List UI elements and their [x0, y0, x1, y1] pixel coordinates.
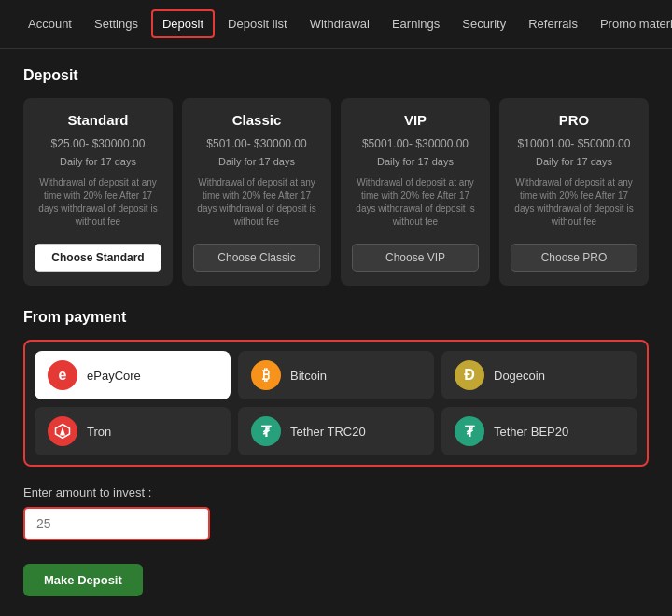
card-vip-desc: Withdrawal of deposit at any time with 2…: [352, 176, 479, 229]
card-classic: Classic $501.00- $30000.00 Daily for 17 …: [182, 98, 331, 286]
nav-security[interactable]: Security: [453, 11, 515, 36]
epaycore-icon: e: [48, 360, 77, 390]
card-standard-period: Daily for 17 days: [60, 156, 136, 167]
nav-promo[interactable]: Promo materials: [591, 11, 672, 36]
tether-bep20-icon: ₮: [455, 416, 484, 446]
deposit-cards-container: Standard $25.00- $30000.00 Daily for 17 …: [23, 98, 649, 286]
payment-section: From payment e ePayCore ₿ Bitcoin Ð Doge…: [23, 309, 649, 467]
card-classic-amount: $501.00- $30000.00: [206, 137, 306, 150]
card-vip-amount: $5001.00- $30000.00: [362, 137, 469, 150]
amount-input[interactable]: [23, 507, 210, 540]
card-pro-title: PRO: [559, 112, 590, 128]
payment-tron[interactable]: Tron: [35, 407, 231, 455]
choose-classic-button[interactable]: Choose Classic: [193, 244, 320, 272]
tron-icon: [48, 416, 77, 446]
bitcoin-icon: ₿: [251, 360, 281, 390]
deposit-section-title: Deposit: [23, 67, 649, 84]
tether-trc20-label: Tether TRC20: [290, 425, 366, 439]
payment-bitcoin[interactable]: ₿ Bitcoin: [238, 351, 434, 399]
payment-tether-trc20[interactable]: ₮ Tether TRC20: [238, 407, 434, 455]
card-standard-desc: Withdrawal of deposit at any time with 2…: [35, 176, 161, 229]
dogecoin-label: Dogecoin: [494, 369, 545, 383]
epaycore-label: ePayCore: [87, 369, 141, 383]
choose-pro-button[interactable]: Choose PRO: [511, 244, 637, 272]
payment-methods-grid: e ePayCore ₿ Bitcoin Ð Dogecoin: [23, 340, 649, 467]
card-classic-period: Daily for 17 days: [218, 156, 295, 167]
nav-settings[interactable]: Settings: [85, 11, 147, 36]
nav-account[interactable]: Account: [19, 11, 81, 36]
make-deposit-button[interactable]: Make Deposit: [23, 564, 143, 596]
payment-tether-bep20[interactable]: ₮ Tether BEP20: [441, 407, 637, 455]
navigation: Account Settings Deposit Deposit list Wi…: [0, 0, 672, 49]
choose-vip-button[interactable]: Choose VIP: [352, 244, 479, 272]
choose-standard-button[interactable]: Choose Standard: [35, 244, 161, 272]
nav-deposit-list[interactable]: Deposit list: [218, 11, 297, 36]
card-pro-amount: $10001.00- $50000.00: [518, 137, 631, 150]
card-standard-title: Standard: [67, 112, 128, 128]
card-pro-desc: Withdrawal of deposit at any time with 2…: [511, 176, 637, 229]
card-classic-desc: Withdrawal of deposit at any time with 2…: [193, 176, 320, 229]
card-pro: PRO $10001.00- $50000.00 Daily for 17 da…: [499, 98, 649, 286]
bitcoin-label: Bitcoin: [290, 369, 327, 383]
amount-label: Enter amount to invest :: [23, 485, 649, 499]
card-vip-period: Daily for 17 days: [377, 156, 454, 167]
dogecoin-icon: Ð: [455, 360, 484, 390]
card-pro-period: Daily for 17 days: [536, 156, 612, 167]
nav-referrals[interactable]: Referrals: [519, 11, 587, 36]
nav-withdrawal[interactable]: Withdrawal: [301, 11, 379, 36]
payment-dogecoin[interactable]: Ð Dogecoin: [441, 351, 637, 399]
main-content: Deposit Standard $25.00- $30000.00 Daily…: [0, 49, 672, 615]
payment-epaycore[interactable]: e ePayCore: [35, 351, 231, 399]
tron-label: Tron: [87, 425, 111, 439]
card-standard-amount: $25.00- $30000.00: [51, 137, 146, 150]
tether-trc20-icon: ₮: [251, 416, 281, 446]
card-vip-title: VIP: [404, 112, 427, 128]
nav-deposit[interactable]: Deposit: [151, 9, 215, 38]
card-vip: VIP $5001.00- $30000.00 Daily for 17 day…: [341, 98, 490, 286]
svg-marker-1: [60, 427, 65, 436]
amount-section: Enter amount to invest :: [23, 485, 649, 540]
payment-section-title: From payment: [23, 309, 649, 326]
card-classic-title: Classic: [232, 112, 282, 128]
nav-earnings[interactable]: Earnings: [383, 11, 449, 36]
tether-bep20-label: Tether BEP20: [494, 425, 568, 439]
card-standard: Standard $25.00- $30000.00 Daily for 17 …: [23, 98, 173, 286]
